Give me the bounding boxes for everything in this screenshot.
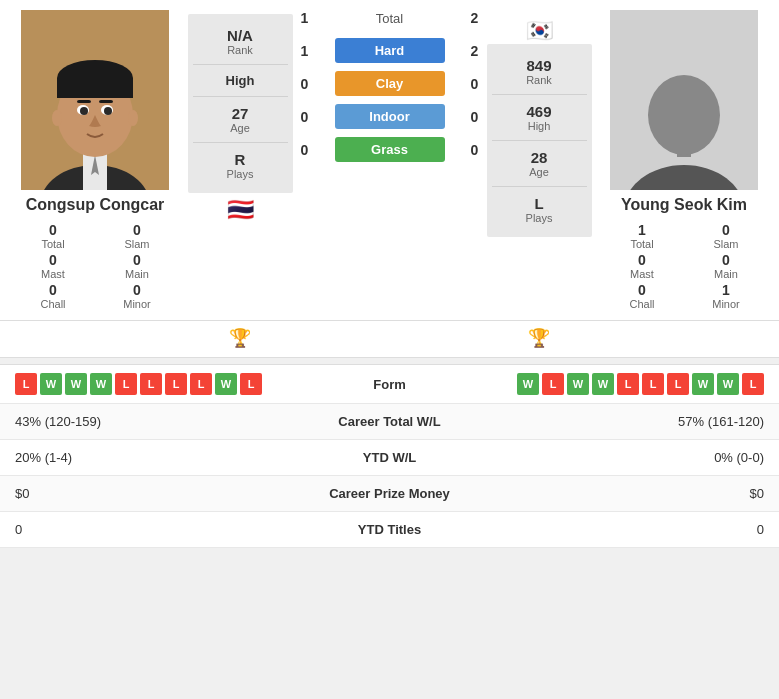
indoor-surface-btn: Indoor bbox=[335, 104, 445, 129]
left-form-badges: LWWWLLLLWL bbox=[15, 373, 290, 395]
right-player-photo bbox=[610, 10, 758, 190]
left-player-col: Congsup Congcar 0 Total 0 Slam 0 Mast 0 … bbox=[0, 0, 185, 320]
hard-surface-btn: Hard bbox=[335, 38, 445, 63]
right-slam-stat: 0 Slam bbox=[688, 222, 764, 250]
svg-point-10 bbox=[80, 107, 88, 115]
form-badge-right: W bbox=[517, 373, 539, 395]
indoor-score-row: 0 Indoor 0 bbox=[290, 104, 490, 129]
comparison-row: 0 YTD Titles 0 bbox=[0, 512, 779, 548]
right-trophy-area: 🏆 bbox=[484, 323, 594, 349]
left-mast-icon-cell: 0 Mast bbox=[15, 252, 91, 280]
form-badge-left: W bbox=[90, 373, 112, 395]
comparison-rows: 43% (120-159) Career Total W/L 57% (161-… bbox=[0, 404, 779, 548]
left-minor-stat: 0 Minor bbox=[99, 282, 175, 310]
form-section: LWWWLLLLWL Form WLWWLLLWWL 43% (120-159)… bbox=[0, 364, 779, 548]
form-badge-right: L bbox=[617, 373, 639, 395]
svg-rect-7 bbox=[57, 78, 133, 98]
left-player-stats-grid: 0 Total 0 Slam 0 Mast 0 Main 0 Chall bbox=[5, 222, 185, 310]
left-stats-box: N/A Rank High 27 Age R Plays bbox=[188, 14, 293, 193]
svg-point-14 bbox=[52, 110, 62, 126]
form-badge-right: L bbox=[667, 373, 689, 395]
right-trophy-icon: 🏆 bbox=[528, 327, 550, 349]
form-badge-right: W bbox=[592, 373, 614, 395]
right-player-image bbox=[610, 10, 758, 190]
left-player-photo bbox=[21, 10, 169, 190]
right-age-row: 28 Age bbox=[492, 141, 587, 187]
right-player-col: Young Seok Kim 1 Total 0 Slam 0 Mast 0 M… bbox=[594, 0, 779, 320]
left-plays-row: R Plays bbox=[193, 143, 288, 188]
right-plays-row: L Plays bbox=[492, 187, 587, 232]
left-trophy-icon: 🏆 bbox=[229, 327, 251, 349]
form-badge-right: W bbox=[567, 373, 589, 395]
comparison-right-val: 57% (161-120) bbox=[490, 414, 765, 429]
right-minor-stat: 1 Minor bbox=[688, 282, 764, 310]
left-high-row: High bbox=[193, 65, 288, 97]
left-chall-stat: 0 Chall bbox=[15, 282, 91, 310]
grass-surface-btn: Grass bbox=[335, 137, 445, 162]
right-stats-box-col: 🇰🇷 849 Rank 469 High 28 Age L Plays bbox=[484, 0, 594, 320]
right-stats-box: 849 Rank 469 High 28 Age L Plays bbox=[487, 44, 592, 237]
total-score-row: 1 Total 2 bbox=[290, 10, 490, 26]
comparison-label: Career Prize Money bbox=[290, 486, 490, 501]
right-rank-row: 849 Rank bbox=[492, 49, 587, 95]
svg-point-19 bbox=[648, 75, 720, 155]
form-badge-right: L bbox=[542, 373, 564, 395]
hard-score-row: 1 Hard 2 bbox=[290, 38, 490, 63]
trophy-row: 🏆 🏆 bbox=[0, 321, 779, 358]
left-total-stat: 0 Total bbox=[15, 222, 91, 250]
right-player-name: Young Seok Kim bbox=[616, 196, 752, 214]
right-chall-stat: 0 Chall bbox=[604, 282, 680, 310]
svg-point-11 bbox=[104, 107, 112, 115]
comparison-left-val: 43% (120-159) bbox=[15, 414, 290, 429]
form-label: Form bbox=[290, 377, 490, 392]
form-badge-right: L bbox=[642, 373, 664, 395]
form-badge-left: W bbox=[215, 373, 237, 395]
left-player-image bbox=[21, 10, 169, 190]
form-badge-right: W bbox=[692, 373, 714, 395]
grass-score-row: 0 Grass 0 bbox=[290, 137, 490, 162]
comparison-label: Career Total W/L bbox=[290, 414, 490, 429]
left-rank-row: N/A Rank bbox=[193, 19, 288, 65]
player-comparison: Congsup Congcar 0 Total 0 Slam 0 Mast 0 … bbox=[0, 0, 779, 321]
left-player-name: Congsup Congcar bbox=[21, 196, 170, 214]
comparison-row: 43% (120-159) Career Total W/L 57% (161-… bbox=[0, 404, 779, 440]
clay-score-row: 0 Clay 0 bbox=[290, 71, 490, 96]
app-container: Congsup Congcar 0 Total 0 Slam 0 Mast 0 … bbox=[0, 0, 779, 548]
comparison-left-val: 0 bbox=[15, 522, 290, 537]
right-player-stats-grid: 1 Total 0 Slam 0 Mast 0 Main 0 Chall bbox=[594, 222, 774, 310]
form-row: LWWWLLLLWL Form WLWWLLLWWL bbox=[0, 365, 779, 404]
form-badge-left: L bbox=[165, 373, 187, 395]
clay-surface-btn: Clay bbox=[335, 71, 445, 96]
form-badge-left: W bbox=[40, 373, 62, 395]
form-badge-left: W bbox=[65, 373, 87, 395]
right-mast-stat: 0 Mast bbox=[604, 252, 680, 280]
form-badge-left: L bbox=[140, 373, 162, 395]
left-main-stat: 0 Main bbox=[99, 252, 175, 280]
comparison-row: 20% (1-4) YTD W/L 0% (0-0) bbox=[0, 440, 779, 476]
left-slam-stat: 0 Slam bbox=[99, 222, 175, 250]
left-player-flag: 🇹🇭 bbox=[227, 197, 254, 223]
comparison-left-val: 20% (1-4) bbox=[15, 450, 290, 465]
comparison-left-val: $0 bbox=[15, 486, 290, 501]
right-player-flag: 🇰🇷 bbox=[526, 18, 553, 44]
comparison-right-val: $0 bbox=[490, 486, 765, 501]
left-age-row: 27 Age bbox=[193, 97, 288, 143]
form-badge-left: L bbox=[15, 373, 37, 395]
comparison-row: $0 Career Prize Money $0 bbox=[0, 476, 779, 512]
form-badge-right: L bbox=[742, 373, 764, 395]
center-matchup-col: 1 Total 2 1 Hard 2 0 Clay 0 0 Indoor 0 bbox=[295, 0, 484, 320]
comparison-label: YTD W/L bbox=[290, 450, 490, 465]
right-form-badges: WLWWLLLWWL bbox=[490, 373, 765, 395]
left-trophy-area: 🏆 bbox=[185, 323, 295, 349]
svg-rect-12 bbox=[77, 100, 91, 103]
comparison-right-val: 0 bbox=[490, 522, 765, 537]
right-main-stat: 0 Main bbox=[688, 252, 764, 280]
left-stats-box-col: N/A Rank High 27 Age R Plays 🇹🇭 bbox=[185, 0, 295, 320]
form-badge-left: L bbox=[115, 373, 137, 395]
form-badge-right: W bbox=[717, 373, 739, 395]
svg-point-15 bbox=[128, 110, 138, 126]
svg-rect-13 bbox=[99, 100, 113, 103]
right-total-stat: 1 Total bbox=[604, 222, 680, 250]
form-badge-left: L bbox=[190, 373, 212, 395]
comparison-label: YTD Titles bbox=[290, 522, 490, 537]
